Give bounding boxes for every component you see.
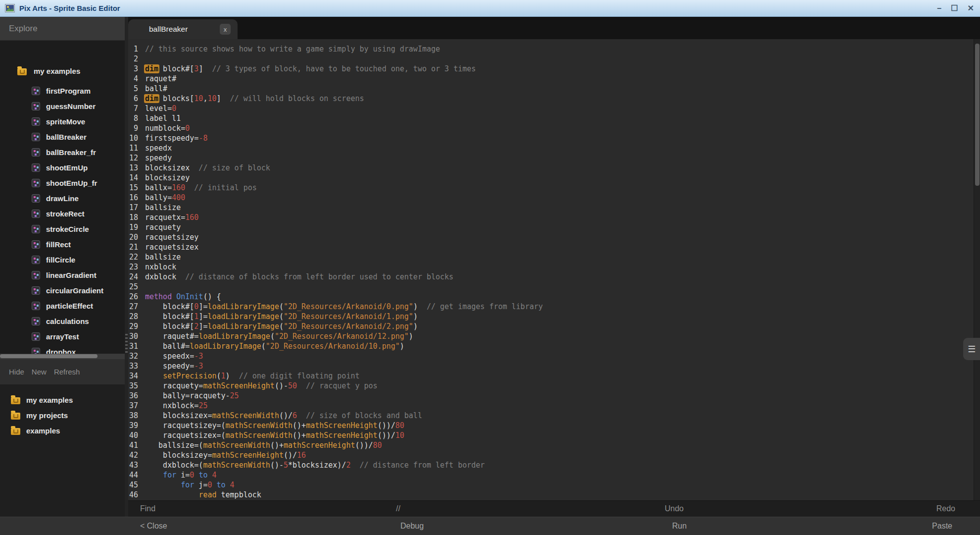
folder-my-examples[interactable]: my examples [0,392,125,408]
sidebar-toolbar: Hide New Refresh [0,359,125,384]
tree-item-label: ballBreaker [46,133,87,141]
line-number: 39 [128,421,138,430]
tree-item-label: calculations [46,317,89,325]
tree-item-label: strokeCircle [46,225,89,233]
tree-horizontal-scrollbar[interactable] [0,354,125,359]
folder-my-projects[interactable]: my projects [0,408,125,423]
splitter-handle-icon [125,334,128,355]
tree-item-shootEmUp_fr[interactable]: shootEmUp_fr [0,175,125,191]
line-number: 28 [128,312,138,321]
tree-item-label: drawLine [46,194,79,203]
redo-button[interactable]: Redo [936,504,955,513]
paste-button[interactable]: Paste [932,522,952,531]
tree-item-calculations[interactable]: calculations [0,314,125,329]
line-number: 7 [128,104,138,113]
scrollbar-thumb[interactable] [0,354,98,358]
window-controls: – ☐ ✕ [937,4,974,12]
code-line: 24dxblock // distance of blocks from lef… [128,272,980,282]
code-line: 11speedx [128,143,980,153]
tree-item-ballBreaker_fr[interactable]: ballBreaker_fr [0,145,125,160]
code-line: 46 read tempblock [128,490,980,500]
code-line: 1// this source shows how to write a gam… [128,44,980,54]
sprite-icon [32,302,40,310]
line-number: 3 [128,64,138,74]
tree-item-spriteMove[interactable]: spriteMove [0,114,125,129]
debug-button[interactable]: Debug [400,522,424,531]
code-line: 23nxblock [128,262,980,272]
line-number: 12 [128,153,138,163]
file-tree: my examples firstProgramguessNumbersprit… [0,41,125,354]
action-bar: < Close Debug Run Paste [0,517,980,535]
line-number: 13 [128,163,138,173]
tree-item-label: fillCircle [46,256,75,264]
line-number: 43 [128,460,138,470]
comment-button[interactable]: // [396,504,400,513]
editor-scrollbar-thumb[interactable] [975,44,980,186]
line-number: 38 [128,411,138,421]
code-line: 4raquet# [128,74,980,84]
tree-item-drawLine[interactable]: drawLine [0,191,125,206]
tree-item-fillCircle[interactable]: fillCircle [0,252,125,268]
line-number: 4 [128,74,138,84]
close-file-button[interactable]: < Close [140,522,167,531]
tree-item-label: firstProgram [46,87,91,95]
find-button[interactable]: Find [140,504,155,513]
tree-item-circularGradient[interactable]: circularGradient [0,283,125,298]
new-button[interactable]: New [32,368,47,376]
menu-handle[interactable]: ☰ [963,338,980,360]
code-line: 6dim blocks[10,10] // will hold blocks o… [128,94,980,104]
tree-item-label: circularGradient [46,286,103,295]
undo-button[interactable]: Undo [665,504,684,513]
code-line: 27 block#[0]=loadLibraryImage("2D_Resour… [128,302,980,312]
sprite-icon [32,102,40,110]
line-number: 5 [128,84,138,94]
refresh-button[interactable]: Refresh [54,368,80,376]
line-number: 29 [128,321,138,331]
folder-examples[interactable]: examples [0,423,125,438]
code-line: 38 blocksizex=mathScreenWidth()/6 // siz… [128,411,980,421]
code-line: 28 block#[1]=loadLibraryImage("2D_Resour… [128,312,980,321]
tree-item-strokeRect[interactable]: strokeRect [0,206,125,221]
tree-item-ballBreaker[interactable]: ballBreaker [0,129,125,145]
line-number: 27 [128,302,138,312]
tree-item-firstProgram[interactable]: firstProgram [0,83,125,99]
line-number: 10 [128,133,138,143]
line-number: 42 [128,450,138,460]
line-number: 17 [128,203,138,213]
maximize-button[interactable]: ☐ [951,4,958,12]
sprite-icon [32,87,40,95]
tab-ballbreaker[interactable]: ballBreaker x [128,19,238,39]
tree-item-label: strokeRect [46,210,85,218]
sidebar-splitter[interactable] [125,17,128,517]
code-editor[interactable]: 1// this source shows how to write a gam… [128,39,980,500]
tree-item-linearGradient[interactable]: linearGradient [0,268,125,283]
folder-icon [11,428,20,435]
code-line: 7level=0 [128,104,980,113]
tree-item-shootEmUp[interactable]: shootEmUp [0,160,125,175]
tree-item-arrayTest[interactable]: arrayTest [0,329,125,344]
window-title: Pix Arts - Sprite Basic Editor [19,4,120,12]
sprite-icon [32,133,40,141]
line-number: 6 [128,94,138,104]
minimize-button[interactable]: – [937,4,941,12]
tree-item-label: dropbox [46,348,76,354]
tab-close-icon[interactable]: x [220,24,231,35]
tree-item-guessNumber[interactable]: guessNumber [0,99,125,114]
tree-item-label: spriteMove [46,117,85,126]
code-line: 12speedy [128,153,980,163]
tree-item-particleEffect[interactable]: particleEffect [0,298,125,314]
app-window: Pix Arts - Sprite Basic Editor – ☐ ✕ Exp… [0,0,980,535]
tree-item-fillRect[interactable]: fillRect [0,237,125,252]
code-line: 5ball# [128,84,980,94]
line-number: 2 [128,54,138,64]
tree-item-dropbox[interactable]: dropbox [0,344,125,354]
close-window-button[interactable]: ✕ [968,4,974,12]
tree-root-folder-label: my examples [34,67,80,75]
tree-root-folder[interactable]: my examples [0,62,125,79]
editor-scrollbar[interactable] [974,39,980,500]
run-button[interactable]: Run [672,522,686,531]
hide-button[interactable]: Hide [9,368,24,376]
tree-item-strokeCircle[interactable]: strokeCircle [0,221,125,237]
sprite-icon [32,286,40,295]
folder-icon [11,413,20,420]
